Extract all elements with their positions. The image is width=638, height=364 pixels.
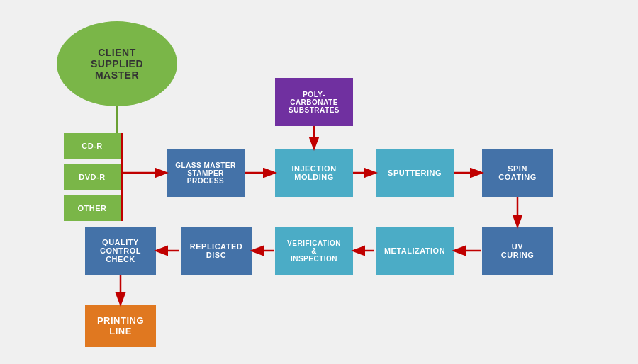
injection-molding-node: INJECTIONMOLDING	[275, 149, 353, 197]
flowchart-diagram: CLIENTSUPPLIEDMASTER CD-R DVD-R OTHER GL…	[0, 0, 638, 364]
glass-master-node: GLASS MASTERSTAMPERPROCESS	[167, 149, 245, 197]
dvdr-node: DVD-R	[64, 164, 121, 190]
replicated-disc-node: REPLICATEDDISC	[181, 227, 252, 275]
polycarbonate-node: POLY-CARBONATESUBSTRATES	[275, 78, 353, 126]
metalization-node: METALIZATION	[376, 227, 454, 275]
sputtering-node: SPUTTERING	[376, 149, 454, 197]
quality-control-node: QUALITYCONTROLCHECK	[85, 227, 156, 275]
uv-curing-node: UVCURING	[482, 227, 553, 275]
spin-coating-node: SPINCOATING	[482, 149, 553, 197]
other-node: OTHER	[64, 195, 121, 221]
printing-line-node: PRINTINGLINE	[85, 305, 156, 347]
verification-node: VERIFICATION&INSPECTION	[275, 227, 353, 275]
client-supplied-master-node: CLIENTSUPPLIEDMASTER	[57, 21, 177, 106]
cdr-node: CD-R	[64, 133, 121, 159]
